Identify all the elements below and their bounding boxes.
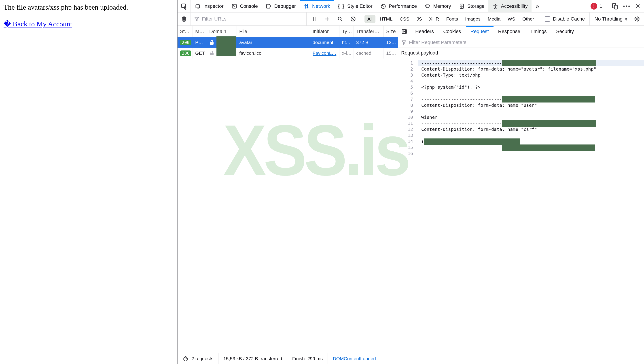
- column-header-4[interactable]: Initiator: [310, 26, 339, 37]
- tab-storage[interactable]: Storage: [455, 0, 488, 12]
- column-header-0[interactable]: St…: [177, 26, 193, 37]
- details-tab-request[interactable]: Request: [466, 26, 494, 37]
- tab-accessibility[interactable]: Accessibility: [488, 0, 532, 12]
- column-header-1[interactable]: M…: [193, 26, 207, 37]
- tab-network[interactable]: Network: [300, 0, 334, 12]
- details-tab-response[interactable]: Response: [494, 26, 525, 37]
- filter-urls-input[interactable]: Filter URLs: [191, 16, 306, 22]
- request-payload-header: Request payload: [398, 48, 644, 58]
- domcontentloaded-summary[interactable]: DOMContentLoaded: [328, 353, 381, 364]
- network-settings-gear-icon[interactable]: [634, 16, 640, 22]
- filter-pill-images[interactable]: Images: [462, 15, 484, 23]
- clear-requests-button[interactable]: [177, 12, 190, 26]
- filter-pill-js[interactable]: JS: [414, 15, 425, 23]
- details-tab-security[interactable]: Security: [551, 26, 578, 37]
- payload-line: Content-Type: text/php: [418, 72, 644, 78]
- pause-icon[interactable]: [312, 16, 317, 22]
- tab-debugger[interactable]: Debugger: [262, 0, 300, 12]
- filter-pill-html[interactable]: HTML: [377, 15, 395, 23]
- node-picker-button[interactable]: [177, 0, 190, 12]
- screenshot-root: The file avatars/xss.php has been upload…: [0, 0, 644, 364]
- filter-pill-other[interactable]: Other: [519, 15, 537, 23]
- funnel-icon: [401, 40, 407, 45]
- payload-redaction-block: [424, 138, 520, 145]
- tab-style-editor[interactable]: { } Style Editor: [334, 0, 376, 12]
- table-row[interactable]: 200GET favicon.icoFaviconL…x-i…cached15…: [177, 48, 398, 58]
- request-list-pane: St…M…DomainFileInitiatorTy…Transfer…Size…: [177, 26, 398, 364]
- filter-request-parameters-input[interactable]: Filter Request Parameters: [398, 37, 644, 48]
- payload-code[interactable]: ------------------------------Content-Di…: [418, 58, 644, 364]
- column-header-2[interactable]: Domain: [207, 26, 237, 37]
- domcontentloaded-text: DOMContentLoaded: [333, 356, 376, 361]
- responsive-design-mode-icon[interactable]: [611, 3, 618, 10]
- disable-cache-control[interactable]: Disable Cache: [540, 16, 589, 22]
- expand-pane-icon: [401, 28, 407, 34]
- request-table-header: St…M…DomainFileInitiatorTy…Transfer…Size: [177, 26, 398, 37]
- block-icon[interactable]: [350, 16, 356, 22]
- search-icon[interactable]: [337, 16, 343, 22]
- tab-memory-label: Memory: [433, 3, 451, 9]
- disable-cache-checkbox[interactable]: [545, 16, 550, 22]
- style-editor-icon: { }: [338, 3, 345, 10]
- error-badge-icon[interactable]: !: [590, 3, 597, 10]
- filter-urls-placeholder: Filter URLs: [202, 16, 227, 22]
- filter-pill-all[interactable]: All: [364, 15, 375, 23]
- filter-pill-css[interactable]: CSS: [397, 15, 412, 23]
- tab-memory[interactable]: Memory: [420, 0, 455, 12]
- filter-pill-fonts[interactable]: Fonts: [444, 15, 461, 23]
- column-header-3[interactable]: File: [237, 26, 310, 37]
- status-cell: 200: [177, 37, 193, 48]
- filter-pill-ws[interactable]: WS: [505, 15, 518, 23]
- request-table-body: 200P… avatardocumentht…372 B12…200GET fa…: [177, 37, 398, 58]
- toolbox-tabs: Inspector Console Debugger: [191, 0, 532, 12]
- payload-line: Content-Disposition: form-data; name="av…: [418, 66, 644, 72]
- tab-console[interactable]: Console: [228, 0, 262, 12]
- line-number: 3: [398, 72, 413, 78]
- details-tab-headers[interactable]: Headers: [410, 26, 439, 37]
- payload-line: (: [418, 138, 644, 144]
- details-tab-cookies[interactable]: Cookies: [439, 26, 466, 37]
- table-row[interactable]: 200P… avatardocumentht…372 B12…: [177, 37, 398, 48]
- details-tab-bar: HeadersCookiesRequestResponseTimingsSecu…: [398, 26, 644, 37]
- console-icon: [231, 3, 238, 10]
- split-pane-button[interactable]: [398, 26, 410, 37]
- column-header-7[interactable]: Size: [384, 26, 398, 37]
- close-devtools-icon[interactable]: ✕: [635, 2, 640, 10]
- column-header-5[interactable]: Ty…: [339, 26, 354, 37]
- payload-editor: 12345678910111213141516 ----------------…: [398, 58, 644, 364]
- throttling-select[interactable]: No Throttling ▲▼: [590, 16, 632, 22]
- status-badge: 200: [180, 50, 191, 56]
- status-cell: 200: [177, 48, 193, 58]
- payload-line: ------------------------------: [418, 60, 644, 66]
- column-header-6[interactable]: Transfer…: [354, 26, 384, 37]
- size-cell: 12…: [384, 37, 398, 48]
- network-filter-bar: Filter URLs AllHTMLCS: [177, 12, 644, 26]
- initiator-link[interactable]: FaviconL…: [313, 50, 336, 56]
- tab-performance-label: Performance: [389, 3, 417, 9]
- payload-redaction-block: [502, 144, 595, 151]
- finish-text: Finish: 299 ms: [292, 356, 323, 361]
- accessibility-icon: [492, 3, 498, 10]
- type-cell: ht…: [339, 37, 354, 48]
- tab-inspector[interactable]: Inspector: [191, 0, 228, 12]
- network-action-icons: [307, 16, 361, 22]
- payload-line: Content-Disposition: form-data; name="us…: [418, 102, 644, 108]
- new-request-icon[interactable]: [324, 16, 330, 22]
- line-number: 11: [398, 120, 413, 126]
- filter-pill-xhr[interactable]: XHR: [426, 15, 442, 23]
- payload-line: <?php system("id"); ?>: [418, 84, 644, 90]
- filter-pill-media[interactable]: Media: [485, 15, 503, 23]
- initiator-cell[interactable]: FaviconL…: [310, 48, 339, 58]
- select-arrows-icon: ▲▼: [625, 17, 627, 21]
- line-number: 7: [398, 96, 413, 102]
- stopwatch-icon: [182, 356, 189, 362]
- line-number: 2: [398, 66, 413, 72]
- tab-performance[interactable]: Performance: [376, 0, 421, 12]
- devtools-menu-icon[interactable]: •••: [623, 3, 630, 10]
- back-to-account-link[interactable]: � Back to My Account: [4, 20, 72, 28]
- transfer-cell: 372 B: [354, 37, 384, 48]
- tab-storage-label: Storage: [467, 3, 485, 9]
- tab-overflow-button[interactable]: »: [532, 0, 543, 12]
- payload-line: [418, 150, 644, 156]
- details-tab-timings[interactable]: Timings: [525, 26, 551, 37]
